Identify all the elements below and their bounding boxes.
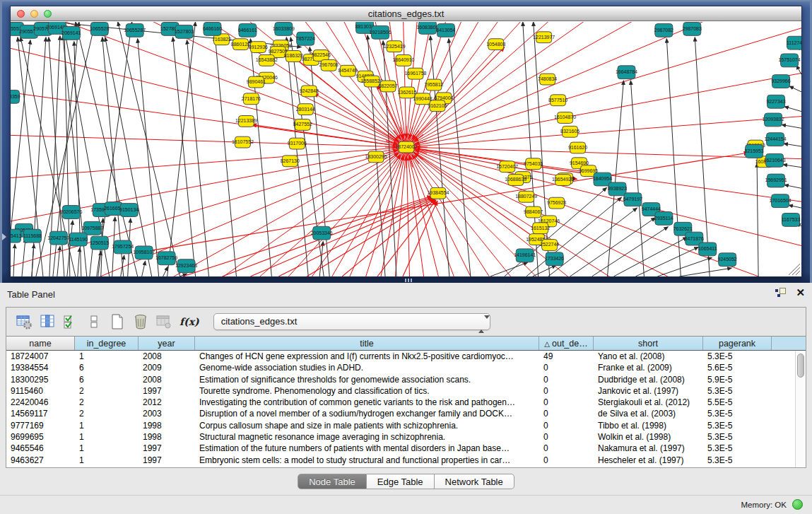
column-header-out_de[interactable]: △out_de… (539, 337, 594, 350)
column-header-pagerank[interactable]: pagerank (703, 337, 772, 350)
graph-node[interactable]: 2967608 (319, 59, 339, 71)
column-header-title[interactable]: title (195, 337, 539, 350)
graph-node[interactable]: 8454749 (339, 65, 358, 76)
graph-node[interactable]: 7857224 (296, 32, 315, 45)
cell-pagerank[interactable]: 5.9E-5 (703, 374, 772, 385)
graph-node[interactable]: 12213977 (533, 32, 555, 43)
graph-node[interactable]: 16543882 (256, 54, 278, 66)
graph-node[interactable]: 9890461 (247, 76, 266, 88)
table-scrollbar[interactable] (795, 351, 806, 467)
graph-node[interactable]: 2803144 (296, 104, 315, 115)
graph-node[interactable]: 18107552 (232, 136, 254, 148)
graph-node[interactable]: 12325419 (384, 41, 406, 52)
graph-node[interactable]: 3915413 (11, 229, 22, 243)
scrollbar-thumb[interactable] (797, 354, 804, 378)
tab-node-table[interactable]: Node Table (298, 474, 367, 489)
graph-node[interactable]: 9317006 (288, 138, 307, 149)
cell-pagerank[interactable]: 5.5E-5 (703, 397, 772, 408)
cell-year[interactable]: 1997 (139, 455, 195, 466)
citation-network-graph[interactable]: 7163822886012889129362222605898275051654… (11, 22, 801, 276)
memory-ok-indicator-icon[interactable] (792, 499, 803, 510)
close-panel-icon[interactable]: ✕ (796, 288, 805, 297)
graph-node[interactable]: 2613359 (11, 90, 20, 103)
graph-node[interactable]: 1527803 (175, 25, 194, 38)
cell-pagerank[interactable]: 5.3E-5 (703, 455, 772, 466)
cell-name[interactable]: 9463627 (6, 455, 75, 466)
cell-year[interactable]: 2009 (139, 362, 195, 373)
graph-node[interactable]: 2987083 (683, 22, 702, 35)
cell-name[interactable]: 18300295 (6, 374, 75, 385)
cell-pagerank[interactable]: 5.3E-5 (703, 431, 772, 443)
cell-short[interactable]: Dudbridge et al. (2008) (594, 374, 703, 385)
graph-node[interactable]: 13654923 (552, 175, 574, 186)
cell-pagerank[interactable]: 5.6E-5 (703, 362, 772, 373)
cell-title[interactable]: Corpus callosum shape and size in male p… (195, 420, 539, 431)
table-settings-icon[interactable] (15, 313, 33, 331)
cell-out_de[interactable]: 0 (539, 420, 594, 431)
graph-node[interactable]: 9227343 (766, 95, 785, 108)
table-row[interactable]: 911546021997Tourette syndrome. Phenomeno… (6, 385, 806, 397)
graph-node[interactable]: 1065411 (698, 243, 717, 256)
cell-pagerank[interactable]: 5.3E-5 (703, 420, 772, 431)
cell-year[interactable]: 2012 (139, 397, 195, 408)
graph-node[interactable]: 10655287 (124, 23, 146, 37)
graph-node[interactable]: 16961758 (404, 68, 426, 79)
cell-short[interactable]: Stergiakouli et al. (2012) (594, 397, 703, 408)
cell-short[interactable]: Tibbo et al. (1998) (594, 420, 703, 431)
cell-short[interactable]: Yano et al. (2008) (594, 351, 703, 362)
graph-node[interactable]: 12093832 (763, 113, 784, 127)
graph-node[interactable]: 9754031 (524, 158, 543, 170)
column-header-in_degree[interactable]: in_degree (75, 337, 139, 350)
cell-year[interactable]: 2008 (139, 351, 195, 362)
graph-node[interactable]: 8860128 (231, 39, 250, 50)
graph-node[interactable]: 16083809 (416, 22, 438, 34)
graph-node[interactable]: 18807249 (515, 191, 537, 202)
graph-node[interactable]: 8912936 (249, 42, 268, 53)
graph-node[interactable]: 18724007 (395, 141, 417, 153)
cell-short[interactable]: Wolkin et al. (1998) (594, 431, 703, 443)
cell-name[interactable]: 14569117 (6, 408, 75, 419)
graph-node[interactable]: 1145190 (69, 233, 88, 246)
cell-in_degree[interactable]: 1 (75, 431, 139, 443)
cell-in_degree[interactable]: 1 (75, 455, 139, 466)
table-column-icon[interactable] (38, 313, 57, 331)
cell-out_de[interactable]: 0 (539, 455, 594, 466)
graph-node[interactable]: 1065528 (90, 22, 109, 35)
network-view-window[interactable]: citations_edges.txt 71638228860128891293… (10, 6, 802, 277)
cell-out_de[interactable]: 49 (539, 351, 594, 362)
graph-node[interactable]: 12923468 (175, 259, 197, 273)
cell-out_de[interactable]: 0 (539, 443, 594, 454)
cell-pagerank[interactable]: 5.3E-5 (703, 385, 772, 397)
graph-node[interactable]: 2987082 (654, 23, 673, 37)
cell-title[interactable]: Estimation of significance thresholds fo… (195, 374, 539, 385)
cell-year[interactable]: 1998 (139, 420, 195, 431)
cell-name[interactable]: 9115460 (6, 385, 75, 397)
cell-in_degree[interactable]: 2 (75, 397, 139, 408)
cell-name[interactable]: 18724007 (6, 351, 75, 362)
cell-title[interactable]: Disruption of a novel member of a sodium… (195, 408, 539, 419)
minimize-window-icon[interactable] (30, 10, 38, 18)
graph-node[interactable]: 16210643 (764, 153, 786, 167)
graph-node[interactable]: 2522744 (540, 240, 559, 251)
new-table-icon[interactable] (108, 313, 126, 331)
cell-out_de[interactable]: 0 (539, 362, 594, 373)
graph-node[interactable]: 15692951 (765, 174, 787, 187)
cell-short[interactable]: Jankovic et al. (1997) (594, 385, 703, 397)
cell-title[interactable]: Genome-wide association studies in ADHD. (195, 362, 539, 373)
cell-name[interactable]: 19384554 (6, 362, 75, 373)
column-header-year[interactable]: year (139, 337, 195, 350)
graph-node[interactable]: 1112744 (787, 36, 801, 49)
cell-out_de[interactable]: 0 (539, 408, 594, 419)
rows-icon[interactable] (85, 313, 103, 331)
graph-node[interactable]: 15751074 (779, 54, 801, 67)
graph-node[interactable]: 10688639 (505, 175, 526, 186)
graph-node[interactable]: 16033809 (273, 22, 295, 35)
graph-node[interactable]: 9329966 (771, 75, 790, 88)
cell-short[interactable]: de Silva et al. (2003) (594, 408, 703, 419)
cell-in_degree[interactable]: 6 (75, 374, 139, 385)
graph-node[interactable]: 9756928 (547, 197, 566, 209)
cell-in_degree[interactable]: 1 (75, 351, 139, 362)
graph-node[interactable]: 9162105 (428, 100, 447, 112)
cell-title[interactable]: Embryonic stem cells: a model to study s… (195, 455, 539, 466)
graph-node[interactable]: 9245052 (718, 253, 737, 267)
